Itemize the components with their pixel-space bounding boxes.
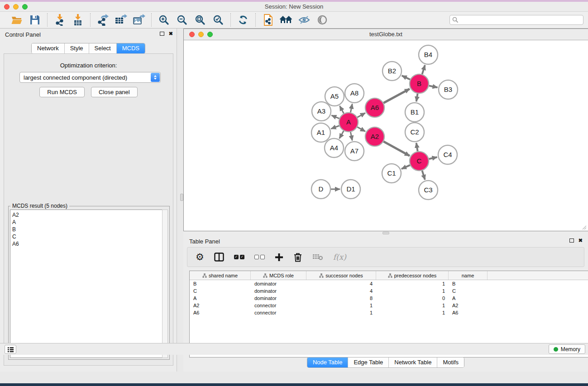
table-float-panel-icon[interactable] <box>569 238 574 243</box>
mcds-result-scrollbar[interactable] <box>162 210 168 358</box>
network-window-titlebar[interactable]: testGlobe.txt <box>184 29 588 40</box>
table-row[interactable]: Adominator80A <box>190 295 588 302</box>
edge-A2-C[interactable] <box>383 142 410 156</box>
table-close-panel-icon[interactable]: ✖ <box>578 238 583 243</box>
cell-name[interactable]: A <box>449 295 488 302</box>
network-graph[interactable]: A5A8A3AA1A4A7A6A2B2B4BB3B1C2CC4C1C3DD1 <box>184 40 588 231</box>
edge-C-C3[interactable] <box>422 171 425 180</box>
edge-A-A7[interactable] <box>350 132 352 141</box>
edge-B-B2[interactable] <box>402 76 410 80</box>
mcds-result-list[interactable]: A2ABCA6 <box>10 210 163 358</box>
column-header-MCDS-role[interactable]: MCDS role <box>251 271 306 280</box>
add-column-icon[interactable] <box>275 253 283 262</box>
cell-shared-name[interactable]: B <box>190 280 251 287</box>
mcds-result-item[interactable]: A <box>12 219 162 226</box>
cell-predecessor-nodes[interactable]: 1 <box>376 287 449 295</box>
tab-mcds[interactable]: MCDS <box>117 43 145 53</box>
edge-A-A5[interactable] <box>339 106 344 114</box>
cell-MCDS-role[interactable]: dominator <box>251 280 306 287</box>
network-minimize-button[interactable] <box>198 32 204 37</box>
open-session-icon[interactable] <box>10 14 24 26</box>
search-input[interactable] <box>449 15 583 25</box>
show-graphics-details-icon[interactable] <box>316 14 329 26</box>
show-columns-icon[interactable] <box>214 253 224 262</box>
cell-shared-name[interactable]: A2 <box>190 302 251 309</box>
cell-predecessor-nodes[interactable]: 1 <box>376 302 449 309</box>
cell-MCDS-role[interactable]: dominator <box>251 295 306 302</box>
zoom-window-button[interactable] <box>22 4 28 10</box>
close-window-button[interactable] <box>4 4 10 10</box>
cell-shared-name[interactable]: A6 <box>190 309 251 316</box>
hide-graphics-details-icon[interactable] <box>297 14 311 26</box>
import-network-icon[interactable] <box>53 14 67 26</box>
resize-corner-icon[interactable] <box>581 224 587 230</box>
save-session-icon[interactable] <box>28 14 42 26</box>
edge-C-C2[interactable] <box>416 143 418 152</box>
column-header-successor-nodes[interactable]: successor nodes <box>306 271 376 280</box>
network-close-button[interactable] <box>189 32 195 37</box>
cell-name[interactable]: A2 <box>449 302 488 309</box>
cell-successor-nodes[interactable]: 4 <box>306 280 376 287</box>
table-tab-node-table[interactable]: Node Table <box>307 357 349 367</box>
select-all-icon[interactable]: ✓✓ <box>234 255 244 259</box>
tab-network[interactable]: Network <box>32 43 65 53</box>
column-header-shared-name[interactable]: shared name <box>190 271 251 280</box>
network-zoom-button[interactable] <box>207 32 213 37</box>
criterion-dropdown[interactable]: largest connected component (directed) <box>19 72 161 83</box>
edge-A-A8[interactable] <box>350 104 352 113</box>
edge-A-A3[interactable] <box>331 115 339 119</box>
table-row[interactable]: Cdominator41C <box>190 287 588 295</box>
mcds-result-item[interactable]: A2 <box>12 211 162 219</box>
cell-predecessor-nodes[interactable]: 1 <box>376 280 449 287</box>
home-layout-icon[interactable] <box>279 14 293 26</box>
open-network-file-icon[interactable] <box>261 14 275 26</box>
function-builder-icon[interactable]: f(x) <box>333 253 346 262</box>
close-panel-button[interactable]: Close panel <box>91 87 138 97</box>
edge-B-B3[interactable] <box>429 86 438 87</box>
refresh-icon[interactable] <box>236 14 250 26</box>
edge-C-C4[interactable] <box>429 157 437 159</box>
edge-B-B1[interactable] <box>416 94 418 102</box>
edge-B-B4[interactable] <box>422 65 425 74</box>
delete-table-icon[interactable] <box>312 253 323 261</box>
export-network-icon[interactable] <box>96 14 110 26</box>
tab-style[interactable]: Style <box>65 43 89 53</box>
task-history-button[interactable] <box>5 345 16 354</box>
horizontal-splitter[interactable] <box>183 231 588 235</box>
close-panel-icon[interactable]: ✖ <box>169 31 173 36</box>
cell-shared-name[interactable]: C <box>190 287 251 295</box>
cell-name[interactable]: B <box>449 280 488 287</box>
cell-shared-name[interactable]: A <box>190 295 251 302</box>
cell-MCDS-role[interactable]: connector <box>251 302 306 309</box>
zoom-selected-icon[interactable] <box>211 14 225 26</box>
mcds-result-item[interactable]: A6 <box>12 240 162 248</box>
edge-A-A2[interactable] <box>357 127 365 132</box>
run-mcds-button[interactable]: Run MCDS <box>39 87 85 97</box>
cell-MCDS-role[interactable]: connector <box>251 309 306 316</box>
column-header-predecessor-nodes[interactable]: predecessor nodes <box>376 271 449 280</box>
delete-column-icon[interactable] <box>293 253 302 262</box>
table-tab-motifs[interactable]: Motifs <box>437 357 464 367</box>
column-header-name[interactable]: name <box>449 271 488 280</box>
cell-name[interactable]: A6 <box>449 309 488 316</box>
table-row[interactable]: Bdominator41B <box>190 280 588 287</box>
tab-select[interactable]: Select <box>89 43 117 53</box>
deselect-all-icon[interactable] <box>254 255 265 259</box>
zoom-fit-icon[interactable] <box>193 14 207 26</box>
memory-button[interactable]: Memory <box>549 344 585 354</box>
table-tab-edge-table[interactable]: Edge Table <box>348 357 389 367</box>
edge-A6-B[interactable] <box>383 89 410 103</box>
table-options-gear-icon[interactable]: ⚙ <box>196 253 204 262</box>
edge-A-A6[interactable] <box>357 113 365 118</box>
table-tab-network-table[interactable]: Network Table <box>389 357 437 367</box>
cell-successor-nodes[interactable]: 4 <box>306 287 376 295</box>
export-table-icon[interactable] <box>114 14 128 26</box>
export-image-icon[interactable] <box>132 14 146 26</box>
edge-C-C1[interactable] <box>402 165 410 169</box>
cell-name[interactable]: C <box>449 287 488 295</box>
zoom-in-icon[interactable] <box>157 14 171 26</box>
cell-predecessor-nodes[interactable]: 0 <box>376 295 449 302</box>
horizontal-splitter-grip[interactable] <box>382 232 389 234</box>
edge-A-A1[interactable] <box>331 126 339 129</box>
mcds-result-item[interactable]: B <box>12 226 162 233</box>
